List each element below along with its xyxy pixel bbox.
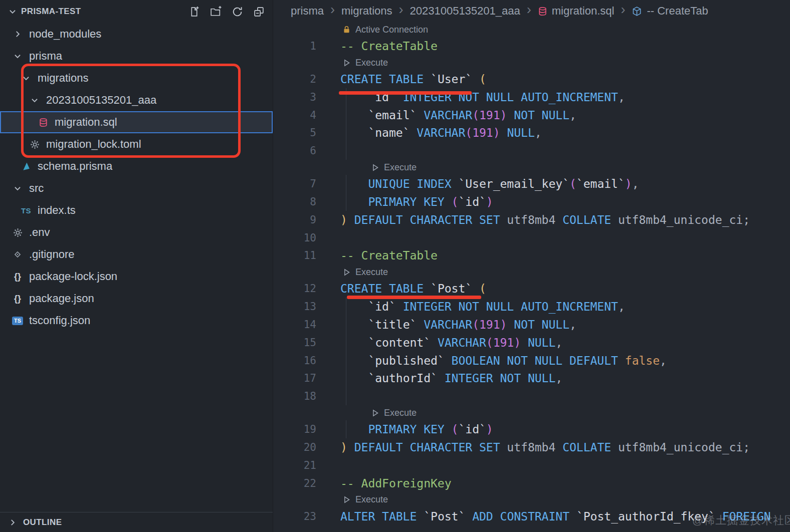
sidebar-item-node-modules[interactable]: node_modules — [0, 23, 273, 45]
chevron-down-icon[interactable] — [10, 52, 25, 61]
code-line-14[interactable]: 14 `title` VARCHAR(191) NOT NULL, — [274, 316, 790, 334]
code-area[interactable]: Active Connection1-- CreateTableExecute2… — [274, 22, 790, 532]
refresh-explorer-button[interactable] — [231, 5, 244, 19]
code-line-text: `id` INTEGER NOT NULL AUTO_INCREMENT, — [316, 300, 625, 313]
editor-pane: prisma›migrations›20231005135201_aaa›mig… — [274, 0, 790, 532]
code-line-2[interactable]: 2CREATE TABLE `User` ( — [274, 70, 790, 88]
sidebar-item-migration-lock-toml[interactable]: migration_lock.toml — [0, 133, 273, 155]
sidebar-item-label: tsconfig.json — [29, 314, 90, 327]
breadcrumb-item[interactable]: migration.sql — [538, 5, 615, 18]
code-line-5[interactable]: 5 `name` VARCHAR(191) NULL, — [274, 124, 790, 142]
collapse-folders-button[interactable] — [252, 5, 266, 19]
sidebar-item-index-ts[interactable]: TSindex.ts — [0, 199, 273, 221]
breadcrumb: prisma›migrations›20231005135201_aaa›mig… — [274, 0, 790, 22]
sidebar-item-migrations[interactable]: migrations — [0, 67, 273, 89]
breadcrumb-item[interactable]: prisma — [291, 5, 324, 18]
code-line-16[interactable]: 16 `published` BOOLEAN NOT NULL DEFAULT … — [274, 352, 790, 370]
sidebar-item-package-json[interactable]: {}package.json — [0, 288, 273, 310]
code-line-12[interactable]: 12CREATE TABLE `Post` ( — [274, 280, 790, 298]
breadcrumb-separator: › — [527, 3, 531, 17]
line-number[interactable]: 23 — [274, 510, 316, 522]
codelens-execute[interactable]: Execute — [274, 55, 790, 70]
line-number[interactable]: 4 — [274, 109, 316, 121]
chevron-down-icon[interactable] — [10, 184, 25, 193]
sidebar-item-label: node_modules — [29, 28, 101, 41]
sidebar-item-migration-sql[interactable]: migration.sql — [0, 111, 273, 133]
line-number[interactable]: 15 — [274, 337, 316, 349]
sidebar-item-tsconfig-json[interactable]: TStsconfig.json — [0, 310, 273, 332]
code-line-4[interactable]: 4 `email` VARCHAR(191) NOT NULL, — [274, 106, 790, 124]
code-line-18[interactable]: 18 — [274, 387, 790, 405]
line-number[interactable]: 17 — [274, 372, 316, 384]
breadcrumb-label: prisma — [291, 5, 324, 18]
line-number[interactable]: 5 — [274, 127, 316, 139]
new-file-button[interactable] — [187, 5, 201, 19]
chevron-down-icon[interactable] — [19, 74, 34, 83]
code-line-19[interactable]: 19 PRIMARY KEY (`id`) — [274, 420, 790, 438]
codelens-execute[interactable]: Execute — [274, 264, 790, 280]
codelens-execute[interactable]: Execute — [274, 405, 790, 420]
sidebar-item-package-lock-json[interactable]: {}package-lock.json — [0, 265, 273, 288]
lock-icon — [342, 25, 351, 34]
line-number[interactable]: 9 — [274, 214, 316, 226]
breadcrumb-item[interactable]: 20231005135201_aaa — [410, 5, 520, 18]
sidebar-item-label: .env — [29, 226, 50, 239]
breadcrumb-item[interactable]: migrations — [341, 5, 392, 18]
line-number[interactable]: 2 — [274, 73, 316, 85]
sidebar-item-label: migration.sql — [55, 116, 117, 129]
code-line-22[interactable]: 22-- AddForeignKey — [274, 474, 790, 492]
code-line-20[interactable]: 20) DEFAULT CHARACTER SET utf8mb4 COLLAT… — [274, 438, 790, 456]
line-number[interactable]: 11 — [274, 249, 316, 261]
line-number[interactable]: 19 — [274, 423, 316, 435]
line-number[interactable]: 20 — [274, 441, 316, 453]
line-number[interactable]: 21 — [274, 459, 316, 471]
line-number[interactable]: 6 — [274, 145, 316, 157]
line-number[interactable]: 3 — [274, 91, 316, 103]
sidebar-item--gitignore[interactable]: .gitignore — [0, 243, 273, 265]
gear-icon — [10, 228, 25, 237]
codelens-active-connection[interactable]: Active Connection — [274, 22, 790, 37]
codelens-execute[interactable]: Execute — [274, 492, 790, 507]
line-number[interactable]: 1 — [274, 40, 316, 52]
code-line-1[interactable]: 1-- CreateTable — [274, 37, 790, 55]
code-line-21[interactable]: 21 — [274, 456, 790, 474]
line-number[interactable]: 8 — [274, 196, 316, 208]
code-line-text: UNIQUE INDEX `User_email_key`(`email`), — [316, 177, 639, 190]
code-line-text: ) DEFAULT CHARACTER SET utf8mb4 COLLATE … — [316, 441, 750, 454]
line-number[interactable]: 10 — [274, 232, 316, 244]
code-line-6[interactable]: 6 — [274, 142, 790, 160]
chevron-right-icon — [5, 518, 20, 527]
code-line-13[interactable]: 13 `id` INTEGER NOT NULL AUTO_INCREMENT, — [274, 298, 790, 316]
code-line-9[interactable]: 9) DEFAULT CHARACTER SET utf8mb4 COLLATE… — [274, 211, 790, 229]
line-number[interactable]: 12 — [274, 283, 316, 295]
line-number[interactable]: 14 — [274, 319, 316, 331]
line-number[interactable]: 22 — [274, 477, 316, 489]
outline-section[interactable]: OUTLINE — [0, 512, 273, 532]
code-line-8[interactable]: 8 PRIMARY KEY (`id`) — [274, 193, 790, 211]
chevron-right-icon[interactable] — [10, 30, 25, 39]
breadcrumb-label: -- CreateTab — [647, 5, 708, 18]
line-number[interactable]: 16 — [274, 355, 316, 367]
sidebar-item-20231005135201-aaa[interactable]: 20231005135201_aaa — [0, 89, 273, 111]
explorer-sidebar: PRISMA-TEST node_modulesprismamigrations… — [0, 0, 273, 532]
line-number[interactable]: 13 — [274, 301, 316, 313]
code-line-11[interactable]: 11-- CreateTable — [274, 247, 790, 265]
play-icon — [371, 163, 379, 172]
braces-icon: {} — [10, 272, 25, 282]
breadcrumb-item[interactable]: -- CreateTab — [632, 5, 708, 18]
code-line-7[interactable]: 7 UNIQUE INDEX `User_email_key`(`email`)… — [274, 175, 790, 193]
line-number[interactable]: 18 — [274, 390, 316, 402]
code-line-10[interactable]: 10 — [274, 229, 790, 247]
sidebar-item-schema-prisma[interactable]: schema.prisma — [0, 155, 273, 177]
sidebar-item-src[interactable]: src — [0, 177, 273, 199]
sidebar-item--env[interactable]: .env — [0, 221, 273, 243]
code-line-15[interactable]: 15 `content` VARCHAR(191) NULL, — [274, 334, 790, 352]
breadcrumb-label: 20231005135201_aaa — [410, 5, 520, 18]
new-folder-button[interactable] — [209, 5, 223, 19]
line-number[interactable]: 7 — [274, 178, 316, 190]
sidebar-item-prisma[interactable]: prisma — [0, 45, 273, 67]
codelens-execute[interactable]: Execute — [274, 160, 790, 175]
code-line-17[interactable]: 17 `authorId` INTEGER NOT NULL, — [274, 370, 790, 388]
chevron-down-icon[interactable] — [27, 96, 42, 105]
chevron-down-icon[interactable] — [5, 7, 20, 16]
